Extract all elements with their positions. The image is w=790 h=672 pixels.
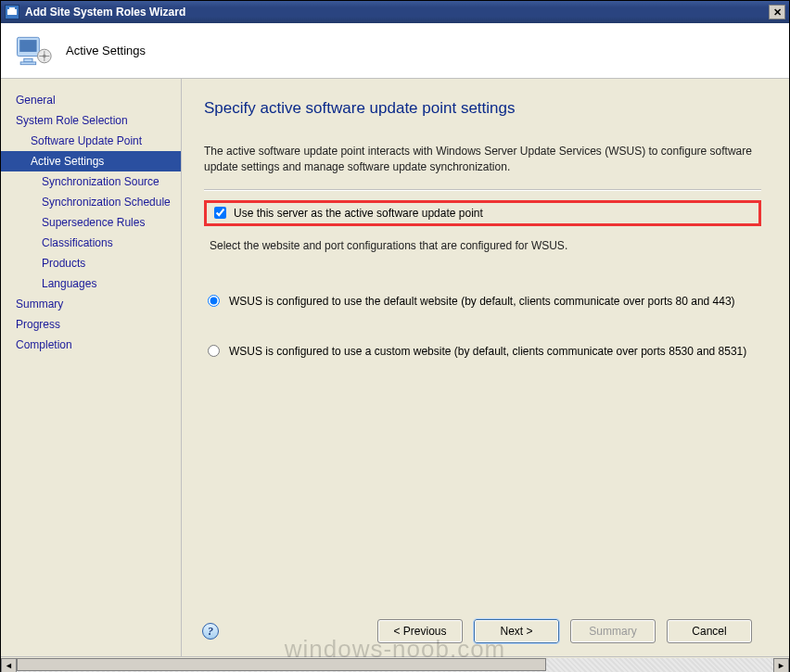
scroll-thumb[interactable]: [17, 658, 546, 671]
nav-item-active-settings[interactable]: Active Settings: [1, 151, 181, 171]
summary-button: Summary: [570, 619, 656, 643]
nav-item-progress[interactable]: Progress: [1, 314, 181, 335]
active-sup-checkbox-label: Use this server as the active software u…: [234, 207, 483, 220]
svg-rect-5: [20, 61, 35, 64]
wsus-default-radio-label: WSUS is configured to use the default we…: [229, 295, 735, 308]
scroll-track[interactable]: [17, 658, 773, 673]
nav-item-general[interactable]: General: [1, 90, 181, 110]
nav-item-classifications[interactable]: Classifications: [1, 233, 181, 253]
active-sup-checkbox[interactable]: [214, 207, 226, 219]
previous-button[interactable]: < Previous: [377, 619, 463, 643]
page-description: The active software update point interac…: [204, 144, 761, 176]
cancel-button[interactable]: Cancel: [667, 619, 752, 643]
svg-rect-3: [19, 40, 36, 52]
nav-item-languages[interactable]: Languages: [1, 273, 181, 294]
nav-item-supersedence-rules[interactable]: Supersedence Rules: [1, 212, 181, 233]
wsus-custom-radio[interactable]: [208, 345, 220, 357]
horizontal-scrollbar[interactable]: ◄ ►: [1, 656, 789, 672]
nav-item-synchronization-source[interactable]: Synchronization Source: [1, 171, 181, 192]
nav-item-completion[interactable]: Completion: [1, 335, 181, 355]
page-title: Specify active software update point set…: [204, 99, 761, 118]
svg-rect-0: [7, 9, 17, 15]
wizard-icon: [12, 31, 53, 71]
window-title: Add Site System Roles Wizard: [25, 6, 185, 19]
scroll-left-button[interactable]: ◄: [1, 658, 17, 673]
active-sup-checkbox-row[interactable]: Use this server as the active software u…: [212, 207, 753, 220]
wsus-custom-radio-row[interactable]: WSUS is configured to use a custom websi…: [206, 345, 761, 358]
nav-item-system-role-selection[interactable]: System Role Selection: [1, 110, 181, 131]
svg-point-7: [43, 54, 46, 57]
svg-rect-4: [24, 58, 32, 62]
titlebar[interactable]: Add Site System Roles Wizard ✕: [1, 1, 789, 23]
wizard-header: Active Settings: [1, 23, 789, 79]
nav-item-summary[interactable]: Summary: [1, 294, 181, 314]
app-icon: [5, 5, 19, 19]
help-icon[interactable]: ?: [202, 623, 219, 640]
wsus-default-radio[interactable]: [208, 295, 220, 307]
scroll-right-button[interactable]: ►: [773, 658, 789, 673]
nav-item-products[interactable]: Products: [1, 253, 181, 273]
wizard-nav: GeneralSystem Role SelectionSoftware Upd…: [1, 79, 182, 656]
next-button[interactable]: Next >: [474, 619, 559, 643]
divider: [204, 189, 761, 191]
wizard-window: Add Site System Roles Wizard ✕ Active Se…: [0, 0, 790, 672]
wsus-custom-radio-label: WSUS is configured to use a custom websi…: [229, 345, 746, 358]
nav-item-synchronization-schedule[interactable]: Synchronization Schedule: [1, 192, 181, 212]
svg-rect-1: [9, 7, 15, 9]
wizard-content: Specify active software update point set…: [182, 79, 789, 656]
close-button[interactable]: ✕: [769, 5, 785, 19]
wsus-default-radio-row[interactable]: WSUS is configured to use the default we…: [206, 295, 761, 308]
wizard-button-row: ? < Previous Next > Summary Cancel: [204, 610, 761, 656]
highlighted-option: Use this server as the active software u…: [204, 200, 761, 226]
port-config-caption: Select the website and port configuratio…: [210, 239, 761, 252]
nav-item-software-update-point[interactable]: Software Update Point: [1, 131, 181, 151]
wizard-section-title: Active Settings: [66, 44, 146, 57]
